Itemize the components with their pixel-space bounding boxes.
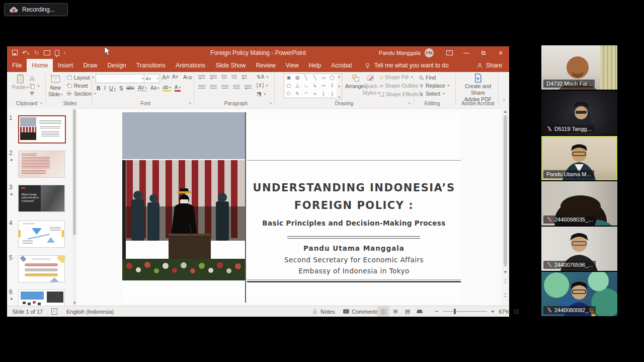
reading-view-button[interactable]: ▤ [401,306,414,317]
align-center-icon[interactable] [210,85,217,90]
font-dialog-launcher[interactable]: ↘ [188,101,192,105]
copy-button[interactable] [29,83,39,89]
slide-scrollbar[interactable]: ▲ ▼ ⌃⌃ ⌄⌄ [502,108,509,306]
customize-qat-icon[interactable]: ⸗ [64,50,65,55]
share-button[interactable]: Share [476,59,509,72]
shape-icon[interactable]: ↳ [313,84,317,88]
current-slide[interactable]: UNDERSTANDING INDONESIA’S FOREIGN POLICY… [122,112,461,303]
numbering-icon[interactable] [210,75,217,80]
zoom-out-button[interactable]: − [435,308,439,315]
slide-thumbnail-5[interactable] [18,255,65,282]
find-button[interactable]: Find [419,75,436,81]
drawing-dialog-launcher[interactable]: ↘ [408,101,411,105]
tell-me-box[interactable]: Tell me what you want to do [364,59,449,72]
cut-button[interactable] [29,75,35,81]
account-avatar[interactable]: PM [425,48,434,57]
clear-formatting-button[interactable]: A⌫ [182,74,193,80]
tab-insert[interactable]: Insert [53,59,78,72]
shapes-gallery-scrollbar[interactable]: ▲▼⊻ [337,74,342,100]
strikethrough-button[interactable]: abc [126,85,134,91]
scroll-down-icon[interactable]: ▼ [502,270,509,274]
shape-icon[interactable]: { [323,92,324,96]
tab-home[interactable]: Home [27,59,53,72]
shape-icon[interactable]: ∿ [313,92,317,96]
align-right-icon[interactable] [221,85,228,90]
ribbon-display-options-button[interactable]: ^ [441,46,458,59]
zoom-in-button[interactable]: + [491,308,495,315]
shape-effects-button[interactable]: ❏Shape Effects [379,91,423,97]
section-button[interactable]: Section [66,91,96,97]
shape-icon[interactable]: ▢ [286,84,291,88]
convert-smartart-button[interactable]: ⬔ [257,91,266,97]
participant-tile[interactable]: D4732 Moch Fai... [541,45,617,90]
start-from-beginning-icon[interactable] [44,50,50,55]
slide-thumbnail-4[interactable] [18,221,65,248]
font-size-combo[interactable]: 4+ [144,74,160,83]
slide-thumbnail-1[interactable] [18,115,66,143]
slide-sorter-view-button[interactable]: ⊞ [389,306,401,317]
shape-icon[interactable]: ▣ [286,76,291,80]
shape-icon[interactable]: ▤ [295,76,300,80]
notes-button[interactable]: Notes [312,306,335,317]
justify-icon[interactable] [233,85,240,90]
shape-icon[interactable]: ⇨ [321,84,326,88]
underline-button[interactable]: U [109,85,116,91]
create-pdf-button[interactable]: Create and Share Adobe PDF [460,73,496,103]
font-color-button[interactable]: A [175,84,181,92]
align-text-button[interactable]: [⇕] [257,83,268,88]
shape-icon[interactable]: ✎ [295,92,299,96]
language-status[interactable]: English (Indonesia) [66,306,114,317]
minimize-button[interactable]: — [458,46,475,59]
highlight-color-button[interactable]: ab [163,85,171,92]
account-name[interactable]: Pandu Manggala [379,50,421,56]
zoom-level[interactable]: 67% [499,309,510,315]
columns-icon[interactable] [245,85,252,90]
participant-tile-active-speaker[interactable]: Pandu Utama M... [541,136,617,180]
participant-tile[interactable]: 2440098035_... [541,181,617,226]
collapse-ribbon-icon[interactable]: ⌃ [502,99,506,104]
bullets-icon[interactable] [198,75,205,80]
shape-icon[interactable]: ⇩ [331,84,335,88]
paste-button[interactable]: Paste [12,74,28,91]
bold-button[interactable]: B [97,85,101,91]
tab-design[interactable]: Design [102,59,131,72]
tab-transitions[interactable]: Transitions [131,59,171,72]
clipboard-dialog-launcher[interactable]: ↘ [39,101,43,105]
tab-view[interactable]: View [281,59,304,72]
shape-icon[interactable]: ◯ [330,76,335,80]
shape-icon[interactable]: ╲ [313,76,316,80]
scroll-up-icon[interactable]: ▲ [502,110,509,114]
quick-styles-button[interactable]: Quick Styles [362,74,379,96]
decrease-indent-icon[interactable] [221,75,227,80]
next-slide-button[interactable]: ⌄⌄ [502,293,509,298]
zoom-slider-handle[interactable] [454,309,456,314]
scroll-down-icon[interactable]: ▼ [73,301,76,305]
close-button[interactable]: × [492,46,509,59]
increase-indent-icon[interactable] [231,75,237,80]
tab-acrobat[interactable]: Acrobat [326,59,357,72]
line-spacing-icon[interactable] [242,75,247,80]
shape-icon[interactable]: } [332,92,333,96]
touch-mode-icon[interactable] [55,50,59,56]
participant-tile[interactable]: 2440076596_... [541,227,617,271]
tab-draw[interactable]: Draw [78,59,102,72]
shape-icon[interactable]: ⬠ [287,92,291,96]
shrink-font-button[interactable]: A˅ [171,74,180,80]
new-slide-button[interactable]: New Slide [48,74,63,98]
fit-slide-to-window-icon[interactable]: ⊡ [514,308,519,315]
zoom-slider[interactable] [443,311,487,312]
shape-icon[interactable]: ▭ [321,76,326,80]
normal-view-button[interactable]: ◫ [377,306,389,317]
shape-icon[interactable]: ∟ [304,84,308,88]
recording-indicator[interactable]: Recording... [4,3,68,16]
undo-icon[interactable]: ↶ [22,50,30,56]
shape-outline-button[interactable]: ▱Shape Outline [379,83,423,89]
slide-show-button[interactable] [414,306,426,317]
save-icon[interactable] [12,50,18,55]
tab-slide-show[interactable]: Slide Show [210,59,251,72]
slide-thumbnail-3[interactable]: What is foreign policy and why is it imp… [18,185,65,212]
layout-button[interactable]: Layout [66,75,94,81]
character-spacing-button[interactable]: AV [138,85,147,91]
paragraph-dialog-launcher[interactable]: ↘ [269,101,272,105]
slide-counter[interactable]: Slide 1 of 17 [12,306,43,317]
